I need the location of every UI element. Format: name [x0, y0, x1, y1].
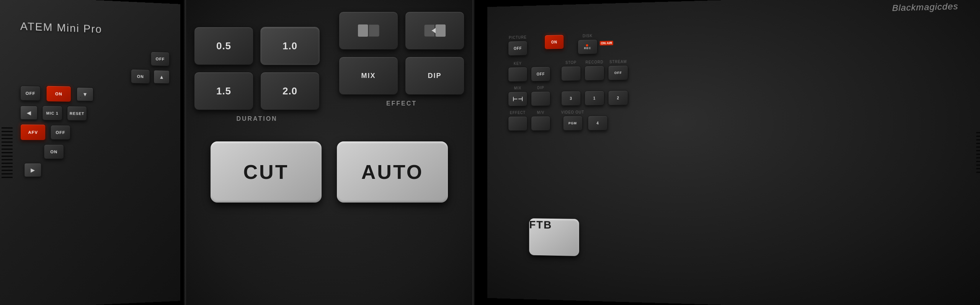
arrow-up-button[interactable]: ▲ — [154, 70, 170, 84]
mix-button[interactable]: ⊢⊣ — [508, 91, 528, 106]
wipe-right-icon — [423, 23, 446, 38]
off-picture-button[interactable]: OFF — [508, 41, 528, 56]
off-key-button[interactable]: OFF — [531, 67, 550, 81]
record-label: RECORD — [586, 60, 604, 65]
vent-line — [2, 166, 13, 167]
stop-button[interactable] — [561, 66, 581, 81]
auto-button[interactable]: AUTO — [337, 141, 448, 203]
effect-dip-button[interactable]: DIP — [405, 57, 464, 95]
disk-button[interactable]: REC — [578, 39, 598, 55]
wipe-push-icon — [357, 23, 380, 38]
svg-rect-1 — [358, 24, 368, 37]
video-out-label: VIDEO OUT — [561, 110, 584, 114]
ftb-button[interactable]: FTB — [529, 218, 579, 256]
on-button[interactable]: ON — [46, 86, 72, 102]
vent-line — [2, 159, 13, 160]
num4-button[interactable]: 4 — [588, 115, 608, 130]
right-panel: Blackmagicdes PICTURE OFF ON DISK — [487, 0, 980, 305]
on-bot-button[interactable]: ON — [44, 144, 64, 159]
vent-line — [2, 156, 13, 157]
afv-button[interactable]: AFV — [20, 124, 46, 140]
effect-right-button[interactable] — [508, 116, 528, 131]
middle-top-section: 0.5 1.0 1.5 2.0 DURATION — [199, 11, 459, 130]
video-out-button[interactable]: PGM — [563, 116, 583, 131]
svg-rect-4 — [436, 24, 446, 37]
vent-line — [2, 127, 13, 128]
picture-label: PICTURE — [509, 35, 527, 40]
vent-line — [976, 139, 980, 140]
vent-line — [976, 146, 980, 148]
vent-line — [2, 138, 13, 139]
cut-button[interactable]: CUT — [211, 141, 322, 203]
duration-10-button[interactable]: 1.0 — [260, 27, 320, 65]
dip-label: DIP — [428, 72, 441, 80]
effect-mix-button[interactable]: MIX — [339, 57, 398, 95]
vent-left — [0, 0, 16, 305]
key-label: KEY — [514, 62, 522, 66]
right-buttons-grid: PICTURE OFF ON DISK REC — [508, 24, 980, 135]
left-panel: ATEM Mini Pro OFF ON ▲ OFF ON ▼ ◀ MIC 1 … — [0, 0, 180, 305]
mic1-button[interactable]: MIC 1 — [42, 105, 62, 120]
vent-line — [2, 162, 13, 164]
middle-panel: 0.5 1.0 1.5 2.0 DURATION — [184, 0, 475, 305]
pgm-label: PGM — [568, 121, 577, 125]
reset-button[interactable]: RESET — [67, 106, 87, 121]
duration-label: DURATION — [236, 115, 277, 122]
duration-20-button[interactable]: 2.0 — [260, 72, 320, 110]
vent-line — [976, 164, 980, 165]
num3-button[interactable]: 3 — [561, 91, 581, 106]
duration-05-button[interactable]: 0.5 — [194, 27, 253, 65]
rec-label: REC — [584, 46, 591, 50]
blackmagic-brand: Blackmagicdes — [892, 1, 959, 13]
on-red-button[interactable]: ON — [544, 34, 564, 50]
num1-button[interactable]: 1 — [585, 91, 604, 106]
vent-line — [976, 154, 980, 155]
stop-label: STOP — [565, 60, 577, 65]
num4-label: 4 — [596, 121, 599, 125]
vent-line — [2, 145, 13, 146]
num2-button[interactable]: 2 — [608, 90, 628, 105]
effect-wipe-right-button[interactable] — [405, 11, 464, 50]
stream-button[interactable]: OFF — [608, 65, 628, 80]
arrow-down-button[interactable]: ▼ — [77, 87, 93, 101]
off-bot-button[interactable]: OFF — [51, 125, 70, 140]
brand-text: ATEM Mini Pro — [20, 20, 102, 36]
vent-line — [976, 157, 980, 159]
vent-line — [976, 132, 980, 133]
vent-line — [2, 152, 13, 153]
vent-right — [973, 0, 980, 305]
vent-line — [976, 172, 980, 173]
vent-line — [976, 161, 980, 162]
duration-section: 0.5 1.0 1.5 2.0 DURATION — [194, 27, 320, 122]
vent-line — [976, 150, 980, 151]
off-stream-label: OFF — [614, 71, 622, 75]
dip-button[interactable] — [531, 91, 550, 106]
off-mid-button[interactable]: OFF — [20, 86, 41, 101]
num3-label: 3 — [570, 96, 572, 101]
middle-border-right — [472, 0, 475, 305]
effect-section: MIX DIP EFFECT — [339, 11, 464, 107]
effect-wipe-push-button[interactable] — [339, 11, 398, 50]
buttons-left: OFF ON ▲ OFF ON ▼ ◀ MIC 1 RESET AFV — [20, 44, 177, 181]
effect-grid: MIX DIP — [339, 11, 464, 95]
effect-label: EFFECT — [386, 100, 417, 107]
on-top-button[interactable]: ON — [131, 69, 150, 84]
duration-grid: 0.5 1.0 1.5 2.0 — [194, 27, 320, 110]
right-panel-inner: Blackmagicdes PICTURE OFF ON DISK — [487, 0, 980, 305]
arrow-play-button[interactable]: ▶ — [24, 163, 41, 177]
stream-label: STREAM — [609, 60, 627, 64]
vent-line — [2, 173, 13, 174]
vent-line — [2, 134, 13, 135]
record-button[interactable] — [585, 65, 604, 81]
off-top-button[interactable]: OFF — [151, 52, 170, 67]
vent-line — [2, 170, 13, 171]
key-button[interactable] — [508, 67, 528, 82]
mv-label: M/V — [537, 110, 544, 115]
effect-col-label: EFFECT — [510, 110, 526, 115]
arrow-left-button[interactable]: ◀ — [20, 105, 38, 120]
mv-button[interactable] — [531, 116, 550, 131]
middle-border-left — [184, 0, 186, 305]
vent-line — [2, 177, 13, 178]
disk-label: DISK — [583, 34, 593, 38]
duration-15-button[interactable]: 1.5 — [194, 72, 253, 110]
